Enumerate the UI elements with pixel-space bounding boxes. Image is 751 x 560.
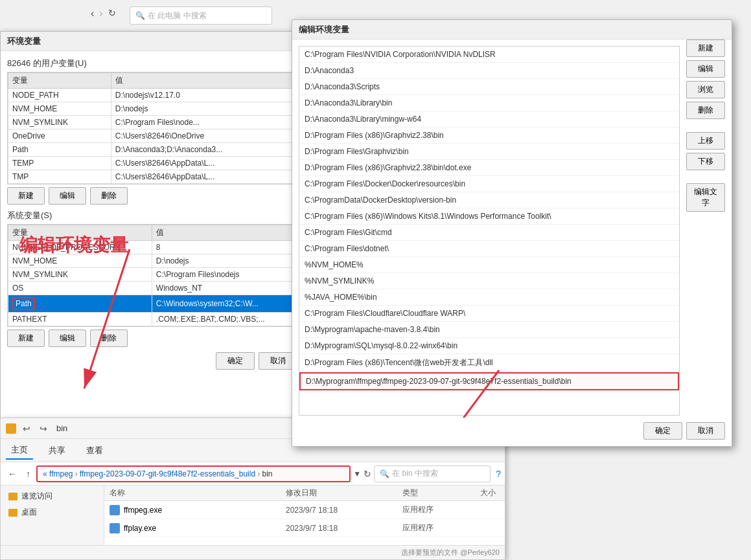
path-seg-build[interactable]: ffmpeg-2023-09-07-git-9c9f48e7f2-essenti… (80, 469, 255, 478)
system-vars-section: 系统变量(S) 变量 值 NUMBER_OF_PROCESSORS8NVM_HO… (7, 210, 297, 347)
user-col-val[interactable]: 值 (111, 73, 296, 89)
list-item[interactable]: C:\Program Files\NVIDIA Corporation\NVID… (299, 47, 679, 63)
edit-delete-btn[interactable]: 删除 (686, 102, 725, 119)
env-ok-btn[interactable]: 确定 (216, 352, 255, 370)
nav-refresh-btn[interactable]: ↻ (108, 8, 116, 19)
sys-vars-table-wrapper[interactable]: 变量 值 NUMBER_OF_PROCESSORS8NVM_HOMED:\nod… (7, 224, 297, 327)
edit-up-btn[interactable]: 上移 (686, 132, 725, 150)
edit-edit-btn[interactable]: 编辑 (686, 60, 725, 78)
table-row[interactable]: NVM_HOMED:\nodejs (8, 102, 297, 116)
user-vars-table-wrapper[interactable]: 变量 值 NODE_PATHD:\nodejs\v12.17.0NVM_HOME… (7, 72, 297, 185)
list-item[interactable]: %NVM_HOME% (299, 257, 679, 273)
col-name[interactable]: 名称 (104, 487, 286, 498)
edit-env-footer-btns: 确定 取消 (299, 422, 725, 440)
addr-search-box[interactable]: 🔍 在 bin 中搜索 (374, 465, 491, 482)
addr-up-btn[interactable]: ↑ (23, 467, 34, 480)
edit-ok-btn[interactable]: 确定 (643, 422, 682, 440)
list-item[interactable]: D:\Myprogram\ffmpeg\ffmpeg-2023-09-07-gi… (299, 372, 679, 390)
desktop-icon (8, 509, 17, 517)
folder-icon (6, 423, 16, 434)
addr-refresh-btn[interactable]: ↻ (364, 469, 371, 479)
table-row[interactable]: ffmpeg.exe 2023/9/7 18:18 应用程序 (104, 501, 505, 519)
var-cell: Path (8, 143, 111, 157)
titlebar-nav-back[interactable]: ↩ (20, 422, 33, 435)
col-size[interactable]: 大小 (480, 487, 505, 498)
file-list-header: 名称 修改日期 类型 大小 (104, 486, 505, 501)
table-row[interactable]: NVM_HOMED:\nodejs (8, 254, 297, 268)
user-col-var[interactable]: 变量 (8, 73, 111, 89)
nav-back-btn[interactable]: ‹ (91, 8, 94, 19)
val-cell: C:\Windows\system32;C:\W... (152, 295, 296, 313)
edit-browse-btn[interactable]: 浏览 (686, 81, 725, 98)
path-sep-2: › (257, 469, 260, 478)
col-date[interactable]: 修改日期 (286, 487, 402, 498)
list-item[interactable]: D:\Anaconda3 (299, 63, 679, 79)
list-item[interactable]: D:\Anaconda3\Library\mingw-w64 (299, 111, 679, 128)
col-type[interactable]: 类型 (402, 487, 480, 498)
user-edit-btn[interactable]: 编辑 (49, 187, 86, 205)
tab-share[interactable]: 共享 (43, 442, 71, 459)
list-item[interactable]: D:\Myprogram\apache-maven-3.8.4\bin (299, 322, 679, 338)
env-dialog-title: 环境变量 (1, 32, 304, 51)
table-row[interactable]: NUMBER_OF_PROCESSORS8 (8, 241, 297, 254)
addr-dropdown-btn[interactable]: ▼ (353, 469, 361, 478)
table-row[interactable]: OSWindows_NT (8, 282, 297, 295)
list-item[interactable]: %NVM_SYMLINK% (299, 273, 679, 289)
edit-env-paths-list[interactable]: C:\Program Files\NVIDIA Corporation\NVID… (299, 46, 680, 416)
sys-delete-btn[interactable]: 删除 (90, 330, 128, 347)
list-item[interactable]: D:\Program Files (x86)\Tencent\微信web开发者工… (299, 354, 679, 372)
system-section-label: 系统变量(S) (7, 210, 297, 221)
list-item[interactable]: D:\Program Files (x86)\Graphviz2.38\bin (299, 128, 679, 144)
list-item[interactable]: D:\Myprogram\SQL\mysql-8.0.22-winx64\bin (299, 338, 679, 354)
list-item[interactable]: D:\Anaconda3\Scripts (299, 79, 679, 95)
user-delete-btn[interactable]: 删除 (90, 187, 128, 205)
address-path-box[interactable]: « ffmpeg › ffmpeg-2023-09-07-git-9c9f48e… (36, 465, 351, 482)
nav-buttons: ‹ › ↻ (91, 8, 116, 19)
sys-edit-btn[interactable]: 编辑 (49, 330, 86, 347)
list-item[interactable]: C:\Program Files\Cloudflare\Cloudflare W… (299, 306, 679, 322)
list-item[interactable]: C:\Program Files\Docker\Docker\resources… (299, 176, 679, 192)
tab-home[interactable]: 主页 (6, 442, 33, 460)
edit-cancel-btn[interactable]: 取消 (686, 422, 725, 440)
addr-back-btn[interactable]: ← (5, 467, 20, 480)
path-seg-bin[interactable]: bin (262, 469, 272, 478)
edit-down-btn[interactable]: 下移 (686, 153, 725, 170)
env-dialog-footer-btns: 确定 取消 (7, 352, 297, 370)
file-icon (110, 523, 120, 533)
table-row[interactable]: ffplay.exe 2023/9/7 18:18 应用程序 (104, 519, 505, 537)
addr-search-placeholder: 在 bin 中搜索 (392, 468, 438, 479)
sidebar-item-desktop[interactable]: 桌面 (1, 504, 104, 521)
sys-col-var[interactable]: 变量 (8, 225, 152, 241)
list-item[interactable]: C:\Program Files\Git\cmd (299, 225, 679, 241)
edit-text-btn[interactable]: 编辑文字 (686, 183, 725, 212)
sys-new-btn[interactable]: 新建 (7, 330, 45, 347)
path-seg-ffmpeg[interactable]: « ffmpeg (43, 469, 73, 478)
table-row[interactable]: TMPC:\Users\82646\AppData\L... (8, 170, 297, 184)
table-row[interactable]: PathC:\Windows\system32;C:\W... (8, 295, 297, 313)
list-item[interactable]: C:\ProgramData\DockerDesktop\version-bin (299, 192, 679, 208)
tab-view[interactable]: 查看 (81, 442, 108, 459)
list-item[interactable]: C:\Program Files (x86)\Windows Kits\8.1\… (299, 208, 679, 225)
var-cell: Path (8, 295, 152, 313)
edit-new-btn[interactable]: 新建 (686, 39, 725, 57)
table-row[interactable]: PathD:\Anaconda3;D:\Anaconda3... (8, 143, 297, 157)
table-row[interactable]: TEMPC:\Users\82646\AppData\L... (8, 157, 297, 170)
table-row[interactable]: OneDriveC:\Users\82646\OneDrive (8, 129, 297, 143)
top-search-box[interactable]: 🔍 在 此电脑 中搜索 (130, 6, 272, 25)
file-icon (110, 505, 120, 515)
list-item[interactable]: D:\Program Files (x86)\Graphviz2.38\bin\… (299, 160, 679, 176)
list-item[interactable]: C:\Program Files\dotnet\ (299, 241, 679, 257)
list-item[interactable]: D:\Program Files\Graphviz\bin (299, 144, 679, 160)
list-item[interactable]: %JAVA_HOME%\bin (299, 289, 679, 306)
help-icon[interactable]: ? (496, 469, 501, 479)
table-row[interactable]: NODE_PATHD:\nodejs\v12.17.0 (8, 89, 297, 102)
titlebar-nav-fwd[interactable]: ↪ (37, 422, 50, 435)
nav-forward-btn[interactable]: › (99, 8, 102, 19)
sys-col-val[interactable]: 值 (152, 225, 296, 241)
table-row[interactable]: NVM_SYMLINKC:\Program Files\nodejs (8, 268, 297, 282)
sidebar-item-quickaccess[interactable]: 速览访问 (1, 488, 104, 504)
user-new-btn[interactable]: 新建 (7, 187, 45, 205)
table-row[interactable]: PATHEXT.COM;.EXE;.BAT;.CMD;.VBS;... (8, 313, 297, 326)
table-row[interactable]: NVM_SYMLINKC:\Program Files\node... (8, 116, 297, 129)
list-item[interactable]: D:\Anaconda3\Library\bin (299, 95, 679, 111)
